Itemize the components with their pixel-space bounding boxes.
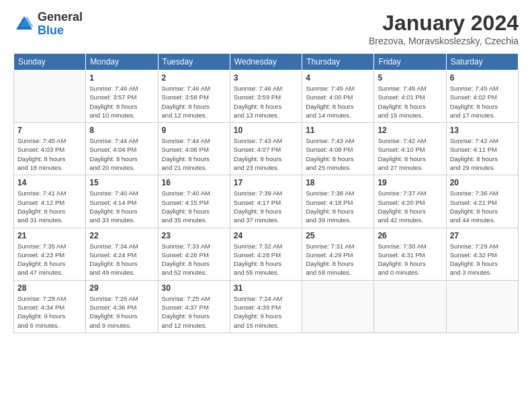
calendar-cell: 23Sunrise: 7:33 AM Sunset: 4:26 PM Dayli…	[158, 228, 230, 280]
day-info: Sunrise: 7:31 AM Sunset: 4:29 PM Dayligh…	[306, 242, 370, 277]
day-info: Sunrise: 7:44 AM Sunset: 4:04 PM Dayligh…	[89, 136, 154, 172]
day-info: Sunrise: 7:38 AM Sunset: 4:18 PM Dayligh…	[306, 189, 370, 224]
day-info: Sunrise: 7:46 AM Sunset: 3:58 PM Dayligh…	[162, 84, 226, 120]
day-number: 11	[306, 126, 370, 135]
calendar-cell: 18Sunrise: 7:38 AM Sunset: 4:18 PM Dayli…	[302, 175, 374, 228]
day-info: Sunrise: 7:37 AM Sunset: 4:20 PM Dayligh…	[378, 189, 442, 224]
day-info: Sunrise: 7:26 AM Sunset: 4:36 PM Dayligh…	[89, 294, 154, 330]
calendar-cell: 10Sunrise: 7:43 AM Sunset: 4:07 PM Dayli…	[230, 123, 302, 175]
day-info: Sunrise: 7:42 AM Sunset: 4:10 PM Dayligh…	[378, 136, 442, 172]
day-number: 19	[378, 178, 442, 187]
day-number: 14	[17, 178, 82, 187]
calendar-table: SundayMondayTuesdayWednesdayThursdayFrid…	[13, 53, 519, 333]
calendar-cell	[446, 280, 518, 332]
calendar-cell: 31Sunrise: 7:24 AM Sunset: 4:39 PM Dayli…	[230, 280, 302, 332]
day-info: Sunrise: 7:45 AM Sunset: 4:02 PM Dayligh…	[450, 84, 515, 120]
header: General Blue January 2024 Brezova, Morav…	[13, 11, 519, 46]
day-info: Sunrise: 7:43 AM Sunset: 4:07 PM Dayligh…	[234, 136, 298, 172]
calendar-cell: 19Sunrise: 7:37 AM Sunset: 4:20 PM Dayli…	[374, 175, 446, 228]
day-number: 15	[89, 178, 154, 187]
calendar-cell: 1Sunrise: 7:46 AM Sunset: 3:57 PM Daylig…	[86, 71, 158, 123]
calendar-cell: 17Sunrise: 7:39 AM Sunset: 4:17 PM Dayli…	[230, 175, 302, 228]
calendar-cell: 2Sunrise: 7:46 AM Sunset: 3:58 PM Daylig…	[158, 71, 230, 123]
day-info: Sunrise: 7:46 AM Sunset: 3:57 PM Dayligh…	[89, 84, 154, 120]
day-number: 2	[162, 73, 226, 83]
day-number: 20	[450, 178, 515, 187]
calendar-cell: 16Sunrise: 7:40 AM Sunset: 4:15 PM Dayli…	[158, 175, 230, 228]
day-number: 7	[17, 126, 82, 135]
calendar-cell: 11Sunrise: 7:43 AM Sunset: 4:08 PM Dayli…	[302, 123, 374, 175]
logo-blue: Blue	[38, 24, 83, 38]
calendar-cell: 6Sunrise: 7:45 AM Sunset: 4:02 PM Daylig…	[446, 71, 518, 123]
calendar-header-row: SundayMondayTuesdayWednesdayThursdayFrid…	[14, 54, 519, 71]
calendar-week-row-5: 28Sunrise: 7:28 AM Sunset: 4:34 PM Dayli…	[14, 280, 519, 332]
day-number: 13	[450, 126, 515, 135]
logo-icon	[13, 13, 35, 35]
calendar-week-row-4: 21Sunrise: 7:35 AM Sunset: 4:23 PM Dayli…	[14, 228, 519, 280]
calendar-cell: 21Sunrise: 7:35 AM Sunset: 4:23 PM Dayli…	[14, 228, 86, 280]
day-info: Sunrise: 7:44 AM Sunset: 4:06 PM Dayligh…	[162, 136, 226, 172]
logo: General Blue	[13, 11, 83, 38]
day-info: Sunrise: 7:30 AM Sunset: 4:31 PM Dayligh…	[378, 242, 442, 277]
calendar-cell: 30Sunrise: 7:25 AM Sunset: 4:37 PM Dayli…	[158, 280, 230, 332]
calendar-cell	[14, 71, 86, 123]
calendar-cell: 15Sunrise: 7:40 AM Sunset: 4:14 PM Dayli…	[86, 175, 158, 228]
calendar-week-row-1: 1Sunrise: 7:46 AM Sunset: 3:57 PM Daylig…	[14, 71, 519, 123]
day-number: 16	[162, 178, 226, 187]
calendar-cell: 5Sunrise: 7:45 AM Sunset: 4:01 PM Daylig…	[374, 71, 446, 123]
calendar-week-row-2: 7Sunrise: 7:45 AM Sunset: 4:03 PM Daylig…	[14, 123, 519, 175]
logo-text: General Blue	[38, 11, 83, 38]
day-number: 8	[89, 126, 154, 135]
calendar-header-monday: Monday	[86, 54, 158, 71]
calendar-week-row-3: 14Sunrise: 7:41 AM Sunset: 4:12 PM Dayli…	[14, 175, 519, 228]
day-number: 25	[306, 231, 370, 240]
day-number: 23	[162, 231, 226, 240]
calendar-cell	[302, 280, 374, 332]
day-info: Sunrise: 7:35 AM Sunset: 4:23 PM Dayligh…	[17, 242, 82, 277]
calendar-cell: 20Sunrise: 7:36 AM Sunset: 4:21 PM Dayli…	[446, 175, 518, 228]
calendar-cell: 13Sunrise: 7:42 AM Sunset: 4:11 PM Dayli…	[446, 123, 518, 175]
day-info: Sunrise: 7:43 AM Sunset: 4:08 PM Dayligh…	[306, 136, 370, 172]
day-number: 10	[234, 126, 298, 135]
day-info: Sunrise: 7:36 AM Sunset: 4:21 PM Dayligh…	[450, 189, 515, 224]
day-number: 22	[89, 231, 154, 240]
day-info: Sunrise: 7:39 AM Sunset: 4:17 PM Dayligh…	[234, 189, 298, 224]
day-number: 9	[162, 126, 226, 135]
calendar-cell: 22Sunrise: 7:34 AM Sunset: 4:24 PM Dayli…	[86, 228, 158, 280]
day-number: 29	[89, 283, 154, 293]
calendar-cell	[374, 280, 446, 332]
day-number: 18	[306, 178, 370, 187]
logo-general: General	[38, 11, 83, 24]
calendar-cell: 27Sunrise: 7:29 AM Sunset: 4:32 PM Dayli…	[446, 228, 518, 280]
day-number: 21	[17, 231, 82, 240]
title-section: January 2024 Brezova, Moravskoslezsky, C…	[369, 11, 519, 46]
day-number: 3	[234, 73, 298, 83]
day-info: Sunrise: 7:40 AM Sunset: 4:14 PM Dayligh…	[89, 189, 154, 224]
calendar-cell: 8Sunrise: 7:44 AM Sunset: 4:04 PM Daylig…	[86, 123, 158, 175]
day-number: 17	[234, 178, 298, 187]
day-number: 5	[378, 73, 442, 83]
calendar-header-friday: Friday	[374, 54, 446, 71]
day-info: Sunrise: 7:25 AM Sunset: 4:37 PM Dayligh…	[162, 294, 226, 330]
calendar-cell: 29Sunrise: 7:26 AM Sunset: 4:36 PM Dayli…	[86, 280, 158, 332]
day-number: 6	[450, 73, 515, 83]
day-info: Sunrise: 7:24 AM Sunset: 4:39 PM Dayligh…	[234, 294, 298, 330]
day-info: Sunrise: 7:34 AM Sunset: 4:24 PM Dayligh…	[89, 242, 154, 277]
page: General Blue January 2024 Brezova, Morav…	[0, 0, 532, 411]
day-info: Sunrise: 7:45 AM Sunset: 4:01 PM Dayligh…	[378, 84, 442, 120]
month-title: January 2024	[369, 11, 519, 36]
day-number: 27	[450, 231, 515, 240]
day-info: Sunrise: 7:42 AM Sunset: 4:11 PM Dayligh…	[450, 136, 515, 172]
day-info: Sunrise: 7:28 AM Sunset: 4:34 PM Dayligh…	[17, 294, 82, 330]
day-number: 30	[162, 283, 226, 293]
calendar-header-wednesday: Wednesday	[230, 54, 302, 71]
day-info: Sunrise: 7:46 AM Sunset: 3:59 PM Dayligh…	[234, 84, 298, 120]
calendar-cell: 24Sunrise: 7:32 AM Sunset: 4:28 PM Dayli…	[230, 228, 302, 280]
calendar-cell: 28Sunrise: 7:28 AM Sunset: 4:34 PM Dayli…	[14, 280, 86, 332]
calendar-cell: 7Sunrise: 7:45 AM Sunset: 4:03 PM Daylig…	[14, 123, 86, 175]
calendar-header-sunday: Sunday	[14, 54, 86, 71]
calendar-cell: 26Sunrise: 7:30 AM Sunset: 4:31 PM Dayli…	[374, 228, 446, 280]
calendar-cell: 25Sunrise: 7:31 AM Sunset: 4:29 PM Dayli…	[302, 228, 374, 280]
calendar-header-saturday: Saturday	[446, 54, 518, 71]
location: Brezova, Moravskoslezsky, Czechia	[369, 36, 519, 46]
